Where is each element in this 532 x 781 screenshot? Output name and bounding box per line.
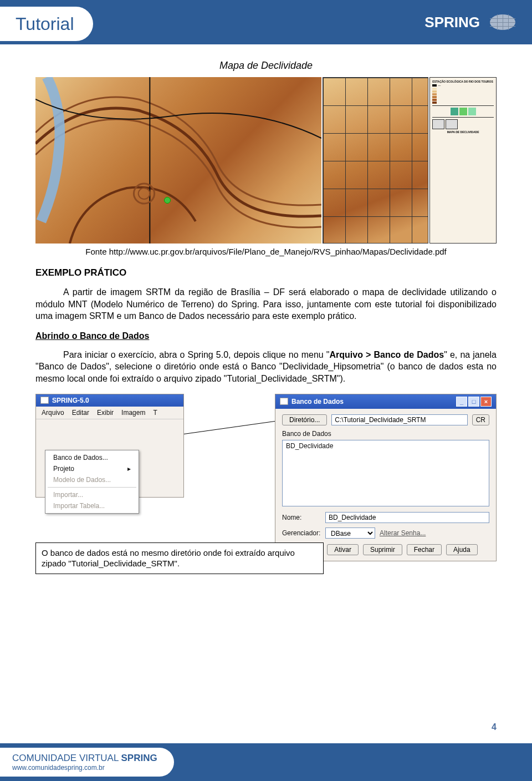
dialog-titlebar: Banco de Dados _ □ ×: [275, 394, 496, 409]
menu-editar[interactable]: Editar: [72, 409, 89, 417]
screenshot-area: SPRING-5.0 Arquivo Editar Exibir Imagem …: [35, 394, 497, 616]
app-icon: [40, 397, 49, 404]
callout-box: O banco de dados está no mesmo diretório…: [35, 542, 324, 574]
ativar-button[interactable]: Ativar: [327, 544, 359, 555]
figure-caption: Fonte http://www.uc.pr.gov.br/arquivos/F…: [35, 247, 497, 256]
mi-modelo-dados: Modelo de Dados...: [45, 474, 139, 485]
mi-importar-tabela: Importar Tabela...: [45, 500, 139, 511]
menu-more[interactable]: T: [153, 409, 157, 417]
tutorial-title: Tutorial: [16, 14, 74, 34]
menu-arquivo[interactable]: Arquivo: [42, 409, 64, 417]
header-right: SPRING: [424, 14, 515, 31]
close-icon[interactable]: ×: [480, 397, 492, 407]
map-main-panel: [35, 77, 321, 244]
gerenciador-select[interactable]: DBase: [325, 528, 375, 539]
figure-title: Mapa de Declividade: [35, 60, 497, 72]
footer-title: COMUNIDADE VIRTUAL SPRING: [12, 753, 157, 764]
map-overview-panel: [323, 77, 428, 244]
page-number: 4: [492, 722, 497, 732]
mi-importar: Importar...: [45, 489, 139, 500]
menu-separator: [48, 487, 136, 488]
maximize-icon[interactable]: □: [468, 397, 479, 407]
app-titlebar: SPRING-5.0: [36, 394, 183, 407]
nome-input[interactable]: [325, 512, 489, 523]
section-heading: EXEMPLO PRÁTICO: [35, 267, 497, 278]
alterar-senha-link[interactable]: Alterar Senha...: [380, 529, 426, 537]
cr-button[interactable]: CR: [472, 414, 489, 425]
svg-point-1: [139, 188, 150, 199]
minimize-icon[interactable]: _: [456, 397, 467, 407]
map-legend-panel: ESTAÇÃO ECOLÓGICA DO RIO DOS TOUROS —: [429, 77, 497, 244]
menu-exibir[interactable]: Exibir: [97, 409, 114, 417]
map-figure: ESTAÇÃO ECOLÓGICA DO RIO DOS TOUROS —: [35, 77, 497, 244]
nome-label: Nome:: [282, 514, 321, 521]
dialog-icon: [280, 398, 288, 405]
bd-listbox[interactable]: BD_Declividade: [282, 440, 489, 506]
legend-header: ESTAÇÃO ECOLÓGICA DO RIO DOS TOUROS: [432, 80, 494, 83]
app-menubar: Arquivo Editar Exibir Imagem T: [36, 407, 183, 419]
mi-projeto[interactable]: Projeto▸: [45, 463, 139, 474]
spring-app-window: SPRING-5.0 Arquivo Editar Exibir Imagem …: [35, 394, 184, 498]
footer-pill: COMUNIDADE VIRTUAL SPRING www.comunidade…: [0, 748, 174, 777]
app-title: SPRING-5.0: [52, 397, 89, 404]
footer-bar: COMUNIDADE VIRTUAL SPRING www.comunidade…: [0, 743, 532, 781]
ajuda-button[interactable]: Ajuda: [446, 544, 478, 555]
dialog-title: Banco de Dados: [291, 398, 344, 405]
sub-heading: Abrindo o Banco de Dados: [35, 331, 497, 341]
footer-url: www.comunidadespring.com.br: [12, 764, 157, 772]
fechar-button[interactable]: Fechar: [407, 544, 442, 555]
paragraph-2: Para iniciar o exercício, abra o Spring …: [35, 349, 497, 385]
map-marker-icon: [164, 197, 171, 204]
suprimir-button[interactable]: Suprimir: [363, 544, 402, 555]
diretorio-button[interactable]: Diretório...: [282, 414, 327, 425]
gerenciador-label: Gerenciador:: [282, 529, 321, 537]
mi-banco-dados[interactable]: Banco de Dados...: [45, 452, 139, 463]
legend-footer: MAPA DE DECLIVIDADE: [432, 130, 494, 134]
diretorio-input[interactable]: [331, 414, 467, 425]
banco-dados-dialog: Banco de Dados _ □ × Diretório... CR Ban…: [275, 394, 497, 561]
globe-icon: [490, 14, 515, 30]
spring-brand: SPRING: [424, 14, 480, 31]
paragraph-1: A partir de imagem SRTM da região de Bra…: [35, 286, 497, 322]
header-left-pill: Tutorial: [0, 7, 93, 41]
header-bar: Tutorial SPRING: [0, 0, 532, 44]
bd-label: Banco de Dados: [282, 430, 489, 438]
arquivo-dropdown: Banco de Dados... Projeto▸ Modelo de Dad…: [45, 450, 139, 514]
page-content: Mapa de Declividade ESTAÇÃO ECOLÓGICA DO…: [0, 44, 532, 616]
menu-imagem[interactable]: Imagem: [121, 409, 145, 417]
dialog-body: Diretório... CR Banco de Dados BD_Decliv…: [275, 409, 496, 561]
bd-list-item[interactable]: BD_Declividade: [286, 442, 485, 450]
